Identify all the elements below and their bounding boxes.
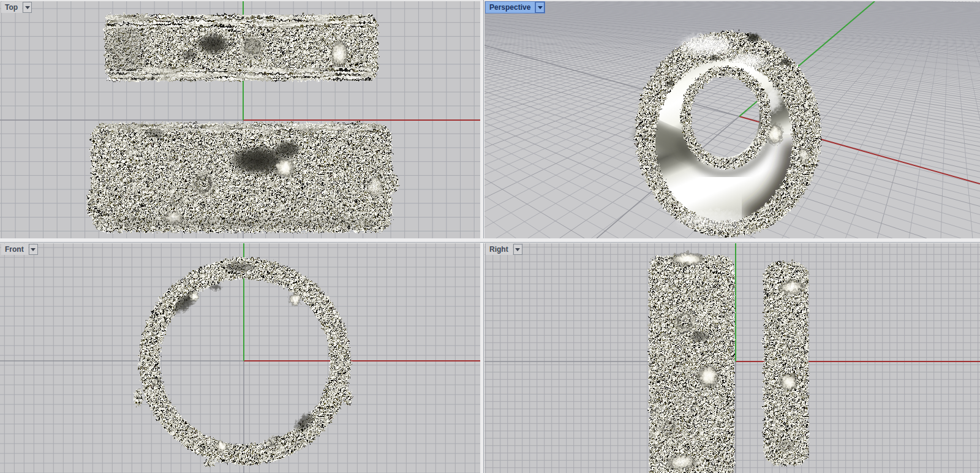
viewport-perspective-canvas[interactable] [484,1,980,238]
viewport-title-menu-arrow[interactable] [29,244,38,255]
ring-model-perspective-view[interactable] [634,30,820,236]
viewport-title-label[interactable]: Top [1,2,22,13]
viewport-right[interactable]: Right [484,243,980,473]
viewport-top-canvas[interactable] [0,1,480,238]
ring-model-top-view[interactable] [85,13,398,231]
viewport-divider-horizontal[interactable] [0,238,980,243]
viewport-title-label[interactable]: Right [486,244,513,255]
viewport-title-label[interactable]: Front [1,244,28,255]
viewport-right-canvas[interactable] [484,243,980,473]
viewport-perspective[interactable]: Perspective [484,1,980,238]
viewport-title-menu-arrow[interactable] [513,244,522,255]
viewport-title-front: Front [1,244,38,255]
viewport-title-text: Top [5,3,18,12]
viewport-divider-vertical[interactable] [480,0,484,473]
grid [0,243,480,473]
viewport-title-label[interactable]: Perspective [486,2,535,13]
viewport-title-right: Right [486,244,522,255]
app-window: Top [0,0,980,473]
viewport-title-perspective: Perspective [486,2,545,13]
chevron-down-icon [538,6,543,9]
viewport-title-top: Top [1,2,32,13]
viewport-title-text: Front [5,245,24,254]
viewport-title-menu-arrow[interactable] [535,2,545,13]
chevron-down-icon [25,6,30,9]
viewport-title-text: Perspective [489,3,530,12]
chevron-down-icon [515,248,520,251]
viewport-top[interactable]: Top [0,1,480,238]
axes [0,243,480,473]
ring-model-right-view[interactable] [648,251,807,473]
viewport-front[interactable]: Front [0,243,480,473]
viewport-front-canvas[interactable] [0,243,480,473]
chevron-down-icon [31,248,36,251]
viewport-title-text: Right [489,245,508,254]
viewport-title-menu-arrow[interactable] [23,2,32,13]
